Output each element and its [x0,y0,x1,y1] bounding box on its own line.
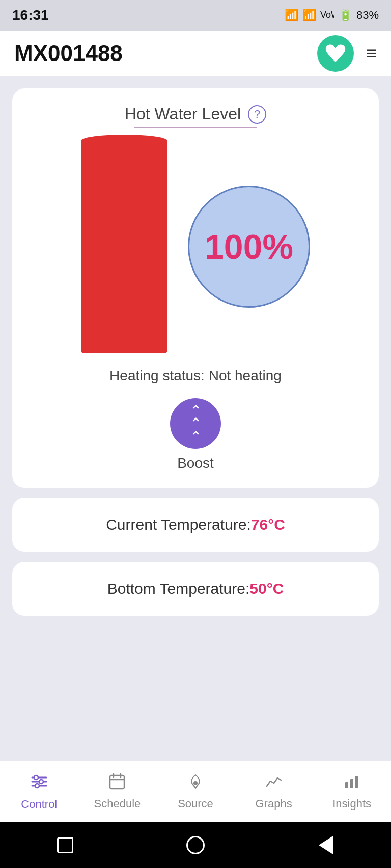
status-bar: 16:31 📶 📶 VoWiFi 🔋 83% [0,0,391,31]
nav-schedule[interactable]: Schedule [78,773,157,811]
title-divider [134,127,257,128]
status-icons: 📶 📶 VoWiFi 🔋 83% [285,9,379,22]
current-temp-label: Current Temperature: [106,516,251,533]
menu-button[interactable]: ≡ [366,44,377,63]
nav-graphs[interactable]: Graphs [235,773,313,811]
heating-status: Heating status: Not heating [109,368,282,384]
page-title: MX001488 [14,41,123,66]
boost-section: ⌃ ⌃ ⌃ Boost [170,398,221,471]
svg-point-4 [34,775,38,780]
android-nav-bar [0,822,391,868]
svg-point-5 [39,780,43,784]
chevron-up-2: ⌃ [190,417,202,430]
graphs-icon [265,773,283,794]
android-home-button[interactable] [184,834,207,856]
water-tank [81,140,167,353]
nav-control[interactable]: Control [0,772,78,811]
boost-button[interactable]: ⌃ ⌃ ⌃ [170,398,221,449]
schedule-icon [108,773,126,794]
card-title-row: Hot Water Level ? [125,105,266,124]
current-temp-card: Current Temperature: 76°C [12,498,379,552]
svg-rect-13 [350,779,353,788]
svg-point-6 [35,784,39,788]
android-recents-button[interactable] [54,834,76,856]
nav-schedule-label: Schedule [94,797,141,811]
boost-chevrons-icon: ⌃ ⌃ ⌃ [190,404,202,443]
header-actions: ≡ [317,35,377,72]
hot-water-level-title: Hot Water Level [125,105,241,124]
health-monitor-button[interactable] [317,35,354,72]
nav-insights-label: Insights [332,797,371,811]
source-icon [187,773,204,794]
nav-source[interactable]: Source [156,773,235,811]
signal-icon: 📶 [302,9,316,22]
nav-source-label: Source [178,797,213,811]
android-back-button[interactable] [315,834,337,856]
bottom-nav: Control Schedule Source Graphs [0,761,391,822]
wifi-icon: VoWiFi [320,9,334,22]
current-temp-value: 76°C [251,516,285,533]
svg-text:VoWiFi: VoWiFi [320,10,334,19]
main-content: Hot Water Level ? 100% Heating status: N… [0,76,391,761]
header: MX001488 ≡ [0,31,391,76]
svg-rect-12 [345,782,348,788]
water-percentage: 100% [205,227,293,266]
boost-label: Boost [177,455,214,471]
hot-water-card: Hot Water Level ? 100% Heating status: N… [12,88,379,488]
bottom-temp-value: 50°C [249,580,284,597]
svg-point-11 [193,781,198,785]
nav-control-label: Control [21,798,57,811]
back-icon [319,836,333,854]
battery-percent: 83% [356,9,379,22]
water-wave [81,135,167,147]
water-fill [81,140,167,353]
bottom-temp-card: Bottom Temperature: 50°C [12,562,379,616]
bottom-temp-label: Bottom Temperature: [107,580,250,597]
nav-graphs-label: Graphs [256,797,292,811]
help-icon-button[interactable]: ? [248,105,266,124]
home-icon [186,836,205,854]
status-time: 16:31 [12,7,49,23]
nav-insights[interactable]: Insights [313,773,391,811]
percentage-circle: 100% [188,186,310,308]
svg-rect-7 [110,775,124,789]
water-level-visual: 100% [26,140,365,353]
control-icon [30,772,48,795]
insights-icon [343,773,360,794]
bluetooth-icon: 📶 [285,9,298,22]
recents-icon [57,837,73,853]
battery-icon: 🔋 [339,9,352,22]
svg-rect-14 [355,776,358,788]
chevron-up-3: ⌃ [190,430,202,443]
